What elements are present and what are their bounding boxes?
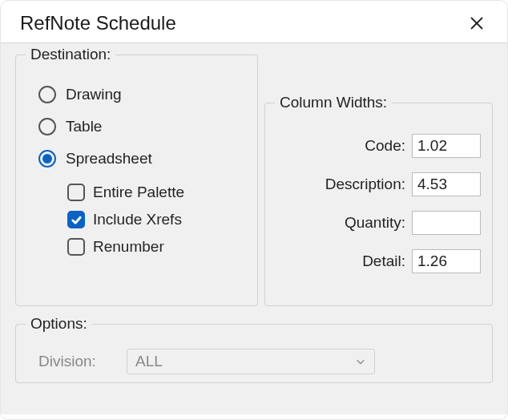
- check-entire-palette[interactable]: Entire Palette: [67, 184, 243, 201]
- destination-checks: Entire Palette Include Xrefs Renumber: [67, 184, 243, 256]
- radio-icon: [38, 86, 56, 103]
- checkbox-icon: [67, 238, 85, 256]
- titlebar: RefNote Schedule: [1, 1, 507, 42]
- radio-label: Drawing: [66, 86, 122, 103]
- input-quantity[interactable]: [412, 211, 481, 235]
- input-code[interactable]: [412, 134, 481, 158]
- select-value: ALL: [135, 353, 163, 370]
- radio-spreadsheet[interactable]: Spreadsheet: [38, 150, 243, 168]
- chevron-down-icon: [355, 356, 366, 367]
- check-include-xrefs[interactable]: Include Xrefs: [67, 211, 243, 228]
- close-button[interactable]: [466, 12, 488, 34]
- radio-label: Table: [66, 118, 102, 135]
- input-detail[interactable]: [412, 249, 481, 273]
- radio-table[interactable]: Table: [38, 118, 243, 135]
- select-division[interactable]: ALL: [127, 349, 375, 374]
- column-widths-group: Column Widths: Code: Description: Quanti…: [264, 103, 493, 306]
- label-quantity: Quantity:: [345, 214, 405, 232]
- label-code: Code:: [365, 137, 405, 155]
- dialog-window: RefNote Schedule Destination: Drawing Ta…: [0, 0, 508, 420]
- check-label: Renumber: [93, 238, 164, 256]
- label-description: Description:: [325, 176, 405, 193]
- dialog-content: Destination: Drawing Table Spreadsheet: [1, 42, 507, 414]
- radio-icon: [38, 150, 56, 168]
- label-division: Division:: [38, 353, 111, 370]
- label-detail: Detail:: [362, 252, 405, 270]
- input-description[interactable]: [412, 172, 481, 196]
- column-widths-legend: Column Widths:: [275, 94, 392, 111]
- destination-group: Destination: Drawing Table Spreadsheet: [15, 55, 258, 306]
- dialog-title: RefNote Schedule: [20, 12, 176, 34]
- check-label: Entire Palette: [93, 184, 184, 201]
- options-legend: Options:: [26, 315, 92, 333]
- check-renumber[interactable]: Renumber: [67, 238, 243, 256]
- checkbox-icon: [67, 211, 85, 228]
- check-label: Include Xrefs: [93, 211, 182, 228]
- checkbox-icon: [67, 184, 85, 201]
- options-group: Options: Division: ALL: [15, 324, 493, 383]
- destination-legend: Destination:: [26, 46, 115, 63]
- radio-label: Spreadsheet: [66, 150, 152, 168]
- radio-icon: [38, 118, 56, 135]
- close-icon: [469, 15, 485, 31]
- radio-drawing[interactable]: Drawing: [38, 86, 243, 103]
